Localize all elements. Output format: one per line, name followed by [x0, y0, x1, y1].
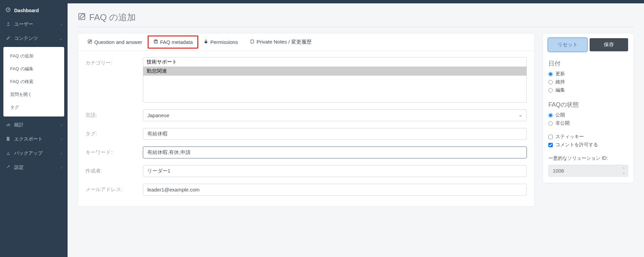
check-comments-input[interactable] [548, 143, 553, 147]
chevron-down-icon: ⌄ [59, 36, 62, 41]
tab-permissions[interactable]: Permissions [198, 33, 244, 51]
radio-date-edit-input[interactable] [548, 88, 553, 93]
category-select[interactable]: 技術サポート 勤怠関連 [143, 57, 527, 103]
svg-rect-10 [251, 40, 254, 43]
radio-status-private[interactable]: 非公開 [548, 120, 628, 126]
radio-date-update[interactable]: 更新 [548, 71, 628, 77]
tab-metadata-label: FAQ metadata [160, 39, 193, 45]
svg-point-1 [8, 9, 8, 10]
check-sticky-label: スティッキー [555, 134, 584, 140]
date-section-title: 日付 [548, 59, 628, 68]
lock-icon [204, 39, 208, 45]
chevron-right-icon: › [61, 22, 62, 26]
tabs: Question and answer FAQ metadata Permiss… [78, 33, 534, 51]
tab-permissions-label: Permissions [210, 39, 238, 45]
status-section-title: FAQの状態 [548, 101, 628, 109]
nav-user[interactable]: ユーザー › [0, 17, 68, 31]
radio-status-private-input[interactable] [548, 121, 553, 126]
right-panel: リセット 保存 日付 更新 維持 編集 [543, 33, 634, 183]
label-author: 作成者: [85, 165, 143, 174]
svg-rect-3 [6, 125, 7, 126]
tag-input[interactable] [143, 128, 527, 140]
nav-contents-label: コンテンツ [14, 35, 38, 42]
main-content: FAQ の追加 Question and answer F [68, 3, 644, 257]
save-button[interactable]: 保存 [590, 38, 628, 51]
label-language: 言語: [85, 109, 143, 119]
nav-contents[interactable]: コンテンツ ⌄ [0, 31, 68, 46]
svg-point-8 [154, 40, 157, 41]
keyword-input[interactable] [143, 147, 527, 158]
radio-status-public-input[interactable] [548, 113, 553, 118]
number-stepper-icon[interactable]: ⌃⌄ [622, 168, 625, 174]
database-icon [153, 39, 158, 45]
nav-dashboard-label: Dashboard [14, 8, 39, 13]
label-email: メールアドレス: [85, 184, 143, 193]
radio-status-public[interactable]: 公開 [548, 112, 628, 118]
radio-date-keep-input[interactable] [548, 80, 553, 84]
solution-id-label: 一意的なソリューション ID: [548, 155, 628, 161]
chevron-right-icon: › [61, 165, 62, 170]
file-icon [5, 136, 11, 142]
svg-rect-5 [9, 124, 10, 126]
chevron-right-icon: › [61, 151, 62, 155]
edit-icon [88, 39, 92, 45]
tab-qa-label: Question and answer [94, 39, 142, 45]
category-option-attendance[interactable]: 勤怠関連 [143, 67, 526, 76]
note-icon [250, 39, 254, 45]
svg-point-2 [7, 22, 9, 24]
radio-date-edit-label: 編集 [555, 87, 565, 93]
stats-icon [5, 122, 11, 128]
language-select[interactable]: Japanese [143, 109, 527, 121]
chevron-right-icon: › [61, 123, 62, 127]
user-icon [5, 22, 11, 27]
radio-date-update-label: 更新 [555, 71, 565, 77]
edit-icon [5, 36, 11, 41]
nav-dashboard[interactable]: Dashboard [0, 3, 68, 17]
nav-stats-label: 統計 [14, 122, 24, 128]
radio-date-edit[interactable]: 編集 [548, 87, 628, 93]
radio-date-update-input[interactable] [548, 72, 553, 76]
tab-metadata[interactable]: FAQ metadata [148, 35, 199, 49]
nav-backup[interactable]: バックアップ › [0, 146, 68, 160]
sub-search-faq[interactable]: FAQ の検索 [3, 75, 64, 88]
sidebar: Dashboard ユーザー › コンテンツ ⌄ FAQ の追加 FAQ の編集… [0, 3, 68, 257]
sub-tag[interactable]: タグ [3, 101, 64, 114]
svg-rect-4 [8, 123, 8, 126]
sub-edit-faq[interactable]: FAQ の編集 [3, 62, 64, 75]
radio-date-keep-label: 維持 [555, 79, 565, 85]
radio-date-keep[interactable]: 維持 [548, 79, 628, 85]
dashboard-icon [5, 7, 11, 13]
contents-submenu: FAQ の追加 FAQ の編集 FAQ の検索 質問を開く タグ [3, 47, 64, 117]
radio-status-private-label: 非公開 [555, 120, 570, 126]
download-icon [5, 151, 11, 156]
wrench-icon [5, 165, 11, 170]
svg-rect-7 [88, 40, 92, 44]
tab-notes[interactable]: Private Notes / 変更履歴 [244, 33, 318, 51]
tab-qa[interactable]: Question and answer [81, 33, 148, 51]
label-keyword: キーワード:: [85, 147, 143, 156]
page-title: FAQ の追加 [78, 11, 634, 23]
nav-settings[interactable]: 設定 › [0, 160, 68, 175]
check-sticky-input[interactable] [548, 135, 553, 139]
check-sticky[interactable]: スティッキー [548, 134, 628, 140]
author-input[interactable] [143, 165, 527, 177]
tab-notes-label: Private Notes / 変更履歴 [256, 39, 312, 45]
edit-square-icon [78, 12, 86, 23]
email-input[interactable] [143, 184, 527, 196]
nav-export[interactable]: エクスポート › [0, 132, 68, 146]
solution-id-input[interactable] [548, 165, 628, 177]
category-option-tech[interactable]: 技術サポート [143, 57, 526, 67]
nav-settings-label: 設定 [14, 164, 24, 171]
page-title-text: FAQ の追加 [89, 11, 136, 23]
nav-stats[interactable]: 統計 › [0, 118, 68, 132]
chevron-right-icon: › [61, 137, 62, 141]
check-comments-label: コメントを許可する [555, 142, 598, 148]
sub-add-faq[interactable]: FAQ の追加 [3, 50, 64, 62]
check-comments[interactable]: コメントを許可する [548, 142, 628, 148]
label-category: カテゴリー: [85, 57, 143, 66]
reset-button[interactable]: リセット [548, 38, 587, 51]
nav-export-label: エクスポート [14, 136, 43, 142]
main-panel: Question and answer FAQ metadata Permiss… [78, 33, 535, 207]
radio-status-public-label: 公開 [555, 112, 565, 118]
sub-open-question[interactable]: 質問を開く [3, 88, 64, 101]
